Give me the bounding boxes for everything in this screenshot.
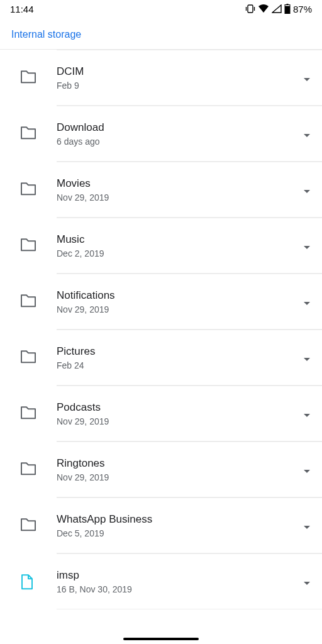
svg-rect-5 bbox=[285, 6, 290, 14]
chevron-down-icon[interactable] bbox=[303, 410, 311, 418]
folder-icon bbox=[20, 406, 36, 419]
chevron-down-icon[interactable] bbox=[303, 242, 311, 250]
item-subtitle: 16 B, Nov 30, 2019 bbox=[57, 584, 303, 594]
item-subtitle: Nov 29, 2019 bbox=[57, 416, 303, 426]
folder-icon bbox=[20, 350, 36, 364]
breadcrumb[interactable]: Internal storage bbox=[0, 18, 322, 50]
list-item-folder[interactable]: WhatsApp Business Dec 5, 2019 bbox=[57, 497, 322, 553]
chevron-down-icon[interactable] bbox=[303, 466, 311, 474]
item-name: Download bbox=[57, 121, 303, 134]
chevron-down-icon[interactable] bbox=[303, 130, 311, 138]
list-item-folder[interactable]: Download 6 days ago bbox=[57, 106, 322, 162]
wifi-icon bbox=[258, 4, 269, 13]
file-list: DCIM Feb 9 Download 6 days ago Movies bbox=[0, 50, 322, 609]
item-name: Music bbox=[57, 233, 303, 246]
item-subtitle: 6 days ago bbox=[57, 136, 303, 147]
chevron-down-icon[interactable] bbox=[303, 74, 311, 82]
folder-icon bbox=[20, 462, 36, 475]
item-subtitle: Nov 29, 2019 bbox=[57, 304, 303, 314]
item-subtitle: Nov 29, 2019 bbox=[57, 472, 303, 482]
folder-icon bbox=[20, 518, 36, 531]
item-name: imsp bbox=[57, 569, 303, 582]
battery-icon bbox=[284, 4, 291, 14]
chevron-down-icon[interactable] bbox=[303, 354, 311, 362]
folder-icon bbox=[20, 126, 36, 140]
file-icon bbox=[20, 574, 36, 587]
item-subtitle: Feb 24 bbox=[57, 360, 303, 370]
folder-icon bbox=[20, 70, 36, 84]
list-item-folder[interactable]: Podcasts Nov 29, 2019 bbox=[57, 386, 322, 441]
item-subtitle: Dec 5, 2019 bbox=[57, 528, 303, 538]
chevron-down-icon[interactable] bbox=[303, 578, 311, 586]
item-name: Notifications bbox=[57, 289, 303, 302]
folder-icon bbox=[20, 294, 36, 308]
list-item-folder[interactable]: Notifications Nov 29, 2019 bbox=[57, 274, 322, 330]
item-name: WhatsApp Business bbox=[57, 513, 303, 526]
folder-icon bbox=[20, 182, 36, 196]
list-item-folder[interactable]: Movies Nov 29, 2019 bbox=[57, 162, 322, 218]
item-name: Podcasts bbox=[57, 401, 303, 414]
vibrate-icon bbox=[245, 4, 255, 13]
item-subtitle: Dec 2, 2019 bbox=[57, 248, 303, 258]
list-item-folder[interactable]: Pictures Feb 24 bbox=[57, 330, 322, 386]
status-icons: 87% bbox=[245, 4, 312, 14]
folder-icon bbox=[20, 238, 36, 252]
status-bar: 11:44 87% bbox=[0, 0, 322, 18]
list-item-file[interactable]: imsp 16 B, Nov 30, 2019 bbox=[57, 553, 322, 609]
item-name: Ringtones bbox=[57, 457, 303, 470]
item-name: Movies bbox=[57, 177, 303, 190]
list-item-folder[interactable]: Music Dec 2, 2019 bbox=[57, 218, 322, 274]
list-item-folder[interactable]: DCIM Feb 9 bbox=[57, 50, 322, 106]
item-name: DCIM bbox=[57, 65, 303, 78]
item-subtitle: Nov 29, 2019 bbox=[57, 192, 303, 203]
item-name: Pictures bbox=[57, 345, 303, 358]
gesture-nav-handle[interactable] bbox=[123, 638, 199, 640]
battery-percentage: 87% bbox=[293, 4, 312, 14]
status-time: 11:44 bbox=[10, 4, 34, 14]
chevron-down-icon[interactable] bbox=[303, 522, 311, 530]
cell-signal-icon bbox=[272, 4, 282, 13]
svg-rect-0 bbox=[248, 5, 253, 13]
chevron-down-icon[interactable] bbox=[303, 186, 311, 194]
chevron-down-icon[interactable] bbox=[303, 298, 311, 306]
list-item-folder[interactable]: Ringtones Nov 29, 2019 bbox=[57, 441, 322, 497]
item-subtitle: Feb 9 bbox=[57, 80, 303, 91]
